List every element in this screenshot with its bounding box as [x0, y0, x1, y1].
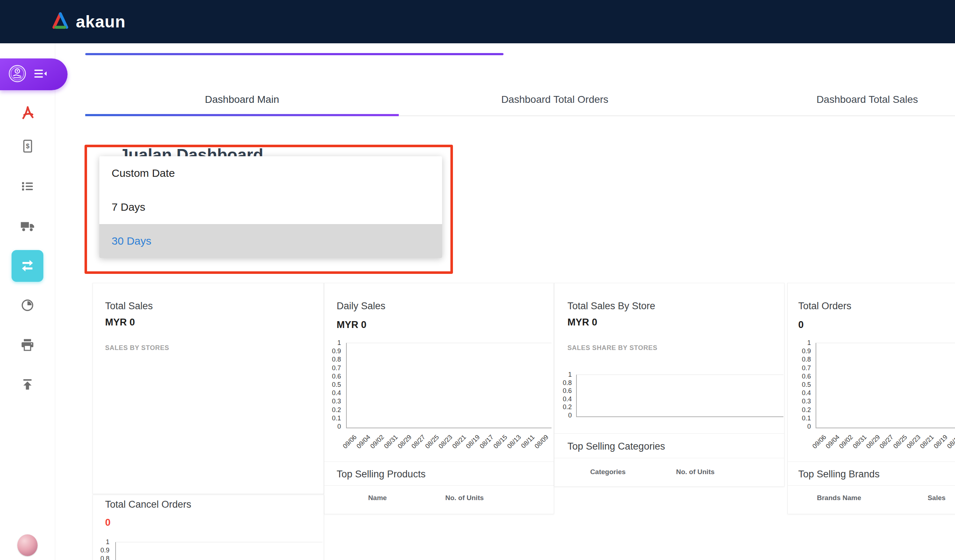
y-tick: 0.3	[332, 398, 341, 404]
tab-dashboard-total-orders[interactable]: Dashboard Total Orders	[501, 94, 609, 105]
column-header-name: Name	[368, 494, 387, 502]
y-tick: 0	[568, 412, 572, 418]
total-sales-card: Total Sales MYR 0 SALES BY STORES	[92, 283, 324, 494]
section-title: Top Selling Categories	[567, 441, 665, 452]
x-tick-date: 08/25	[892, 434, 909, 450]
payment-hand-icon	[8, 64, 27, 84]
x-tick-date: 08/11	[520, 434, 536, 450]
menu-open-icon	[34, 68, 47, 81]
table-header-row: NameNo. of Units	[324, 494, 554, 503]
x-tick-date: 09/04	[355, 434, 372, 450]
divider	[554, 458, 784, 458]
y-tick: 0.9	[100, 547, 110, 554]
y-tick: 0	[337, 423, 341, 430]
y-tick: 0.7	[332, 365, 341, 371]
avatar-image	[17, 534, 38, 556]
svg-text:$: $	[26, 142, 30, 150]
x-tick-date: 08/15	[492, 434, 509, 450]
y-tick: 0.1	[802, 415, 811, 421]
x-axis-labels: 09/0609/0409/0208/3108/2908/2708/2508/23…	[816, 430, 955, 464]
y-tick: 0.8	[332, 356, 341, 363]
column-header-no-of-units: No. of Units	[445, 494, 484, 502]
x-tick-date: 09/06	[341, 434, 358, 450]
y-axis-labels: 10.80.60.40.20	[557, 371, 572, 418]
y-tick: 0.9	[802, 348, 811, 354]
list-icon[interactable]	[17, 176, 38, 196]
x-tick-date: 08/29	[396, 434, 413, 450]
pdf-reader-icon[interactable]	[17, 103, 38, 123]
y-tick: 0.6	[802, 373, 811, 380]
dropdown-option-7-days[interactable]: 7 Days	[99, 190, 442, 224]
module-menu-pill[interactable]	[0, 58, 67, 90]
x-tick-date: 08/13	[506, 434, 523, 450]
x-tick-date: 08/27	[878, 434, 895, 450]
dropdown-option-30-days[interactable]: 30 Days	[99, 224, 442, 258]
plot-area	[115, 542, 323, 560]
y-tick: 0.8	[802, 356, 811, 363]
y-tick: 1	[568, 371, 572, 378]
x-axis-labels: 09/0609/0409/0208/3108/2908/2708/2508/23…	[346, 430, 551, 464]
divider	[788, 485, 955, 486]
plot-area	[346, 343, 551, 428]
section-title: Top Selling Products	[337, 469, 426, 480]
plot-area	[816, 343, 955, 428]
x-tick-date: 08/31	[851, 434, 868, 450]
akaun-triangle-logo-icon	[50, 12, 70, 31]
transfer-nav-item-active[interactable]	[11, 250, 43, 282]
y-tick: 0.1	[332, 415, 341, 421]
y-tick: 0.6	[332, 373, 341, 380]
x-tick-date: 08/31	[382, 434, 399, 450]
tab-dashboard-total-sales[interactable]: Dashboard Total Sales	[816, 94, 918, 105]
plot-area	[576, 374, 783, 417]
table-header-row: Brands NameSales	[788, 494, 955, 503]
x-tick-date: 08/19	[932, 434, 949, 450]
x-tick-date: 08/17	[946, 434, 955, 450]
y-tick: 0.6	[563, 387, 572, 394]
x-tick-date: 08/21	[919, 434, 936, 450]
y-tick: 0.2	[332, 407, 341, 413]
printer-icon[interactable]	[17, 335, 38, 355]
y-tick: 0.8	[100, 555, 110, 560]
x-tick-date: 09/02	[838, 434, 855, 450]
column-header-no-of-units: No. of Units	[676, 468, 715, 476]
upload-icon[interactable]	[17, 374, 38, 395]
column-header-sales: Sales	[928, 494, 946, 502]
card-value: MYR 0	[105, 317, 135, 328]
sales-share-chart: 10.80.60.40.20	[554, 283, 784, 487]
y-tick: 0.7	[802, 365, 811, 371]
tab-dashboard-main[interactable]: Dashboard Main	[205, 94, 279, 105]
y-tick: 0.4	[802, 390, 811, 396]
y-tick: 0	[807, 423, 811, 430]
active-tab-indicator	[85, 114, 399, 116]
y-tick: 0.4	[332, 390, 341, 396]
progress-bar	[85, 53, 504, 55]
y-tick: 1	[807, 340, 811, 346]
brand-logo[interactable]: akaun	[50, 12, 126, 31]
x-tick-date: 08/25	[424, 434, 441, 450]
divider	[324, 485, 554, 486]
y-axis-labels: 10.90.80.70.60.50.40.30.20.10	[796, 340, 811, 430]
dropdown-option-custom-date[interactable]: Custom Date	[99, 156, 442, 190]
y-tick: 0.2	[802, 407, 811, 413]
x-tick-date: 08/09	[533, 434, 550, 450]
x-tick-date: 08/21	[451, 434, 468, 450]
user-avatar[interactable]	[17, 535, 38, 555]
date-range-dropdown: Custom Date7 Days30 Days	[99, 156, 442, 258]
delivery-truck-icon[interactable]	[17, 216, 38, 236]
divider	[788, 462, 955, 462]
invoice-document-icon[interactable]: $	[17, 136, 38, 156]
card-title: Total Sales	[105, 301, 153, 312]
sidebar: $	[0, 43, 55, 560]
section-title: Top Selling Brands	[798, 469, 880, 480]
y-tick: 1	[106, 539, 110, 545]
timer-icon[interactable]	[17, 295, 38, 315]
x-tick-date: 08/27	[410, 434, 427, 450]
x-tick-date: 08/17	[478, 434, 495, 450]
y-tick: 1	[337, 340, 341, 346]
table-header-row: CategoriesNo. of Units	[554, 468, 784, 477]
column-header-categories: Categories	[590, 468, 626, 476]
daily-sales-card: Daily Sales MYR 0 10.90.80.70.60.50.40.3…	[324, 283, 554, 514]
y-tick: 0.5	[332, 381, 341, 388]
total-cancel-orders-card: Total Cancel Orders 0 10.90.80.70.60.50.…	[92, 495, 324, 560]
y-tick: 0.8	[563, 380, 572, 386]
